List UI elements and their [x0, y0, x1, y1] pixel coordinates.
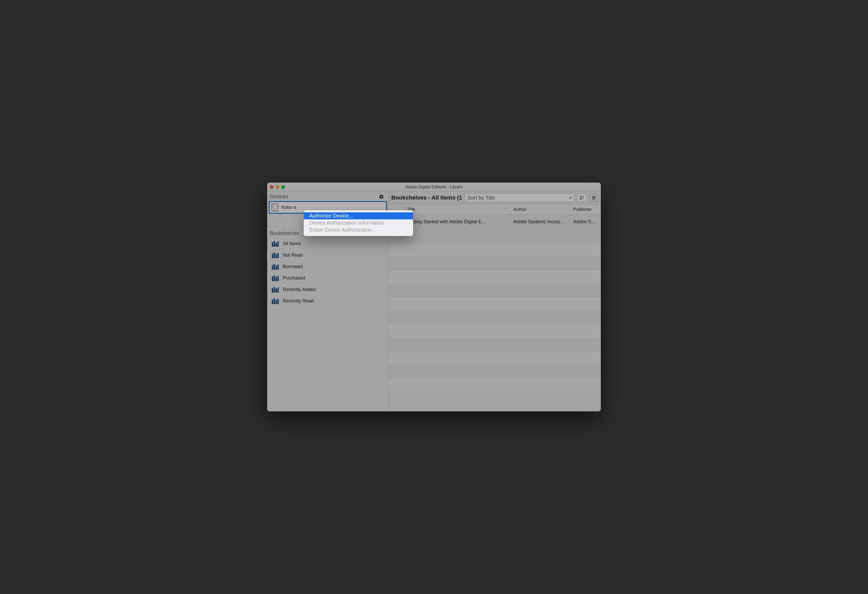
- menu-item-authorize-device[interactable]: Authorize Device...: [304, 212, 413, 220]
- main-panel: Bookshelves - All Items (1 Sort by Title…: [389, 192, 601, 411]
- sort-dropdown-label: Sort by Title: [468, 195, 495, 201]
- menu-item-label: Erase Device Authorization...: [309, 227, 376, 233]
- row-author: Adobe Systems Incorp…: [510, 219, 570, 225]
- bookshelf-icon: [272, 286, 279, 293]
- column-publisher-label: Publisher: [573, 207, 592, 212]
- bookshelf-item[interactable]: All Items: [267, 238, 388, 249]
- bookshelf-label: Borrowed: [283, 264, 303, 270]
- maximize-window-button[interactable]: [281, 185, 285, 189]
- table-header: Title ⌃ Author Publisher: [389, 204, 601, 215]
- menu-item-label: Authorize Device...: [309, 213, 353, 218]
- thumbnail-view-button[interactable]: [577, 194, 586, 202]
- breadcrumb: Bookshelves - All Items (1: [391, 195, 463, 201]
- bookshelves-list: All Items Not Read Borrowed Purchased Re…: [267, 238, 388, 307]
- table-body: Getting Started with Adobe Digital E… Ad…: [389, 215, 601, 411]
- bookshelf-icon: [272, 252, 279, 258]
- bookshelf-label: All Items: [283, 241, 301, 246]
- bookshelf-icon: [272, 298, 279, 304]
- bookshelf-icon: [272, 275, 279, 281]
- bookshelf-item[interactable]: Recently Read: [267, 295, 388, 307]
- column-author[interactable]: Author: [510, 204, 570, 214]
- bookshelf-label: Not Read: [283, 252, 303, 258]
- sort-ascending-icon: ⌃: [502, 208, 507, 211]
- table-row[interactable]: Getting Started with Adobe Digital E… Ad…: [389, 215, 601, 229]
- row-publisher: Adobe System: [570, 219, 601, 225]
- svg-rect-5: [592, 196, 596, 197]
- svg-rect-6: [592, 198, 596, 198]
- titlebar: Adobe Digital Editions - Library: [267, 183, 601, 192]
- row-title: Getting Started with Adobe Digital E…: [404, 219, 510, 225]
- column-publisher[interactable]: Publisher: [570, 204, 601, 214]
- window-title: Adobe Digital Editions - Library: [267, 185, 601, 189]
- close-window-button[interactable]: [270, 185, 273, 189]
- empty-rows: [389, 229, 601, 392]
- svg-rect-1: [580, 198, 581, 200]
- bookshelf-item[interactable]: Recently Added: [267, 284, 388, 295]
- bookshelf-label: Recently Added: [283, 287, 316, 292]
- svg-rect-2: [582, 196, 584, 196]
- ereader-icon: [272, 203, 278, 211]
- app-window: Adobe Digital Editions - Library Devices…: [267, 183, 601, 411]
- sort-dropdown[interactable]: Sort by Title ▾: [465, 193, 574, 202]
- list-view-button[interactable]: [589, 194, 598, 202]
- column-author-label: Author: [513, 207, 526, 212]
- menu-item-device-auth-info: Device Authorization Information: [304, 220, 413, 226]
- bookshelf-label: Purchased: [283, 276, 305, 281]
- bookshelf-item[interactable]: Purchased: [267, 272, 388, 284]
- device-options-gear-icon[interactable]: [378, 194, 385, 199]
- sidebar-bookshelves-label: Bookshelves: [270, 230, 299, 236]
- traffic-lights: [267, 185, 285, 189]
- chevron-down-icon: ▾: [570, 196, 571, 200]
- sidebar-section-devices: Devices: [267, 192, 388, 201]
- svg-rect-0: [580, 196, 581, 197]
- menu-item-label: Device Authorization Information: [309, 220, 384, 226]
- bookshelf-icon: [272, 263, 279, 270]
- svg-rect-4: [582, 198, 584, 199]
- bookshelf-item[interactable]: Not Read: [267, 249, 388, 261]
- main-toolbar: Bookshelves - All Items (1 Sort by Title…: [389, 192, 601, 204]
- svg-rect-7: [592, 199, 596, 199]
- minimize-window-button[interactable]: [276, 185, 279, 189]
- sidebar-device-label: Kobo e: [282, 205, 297, 210]
- device-context-menu: Authorize Device... Device Authorization…: [304, 210, 413, 236]
- bookshelf-item[interactable]: Borrowed: [267, 261, 388, 272]
- menu-item-erase-device-auth: Erase Device Authorization...: [304, 226, 413, 233]
- column-title[interactable]: Title ⌃: [404, 204, 510, 214]
- svg-rect-3: [582, 197, 584, 198]
- bookshelf-icon: [272, 240, 279, 247]
- bookshelf-label: Recently Read: [283, 298, 314, 304]
- sidebar-devices-label: Devices: [270, 193, 288, 200]
